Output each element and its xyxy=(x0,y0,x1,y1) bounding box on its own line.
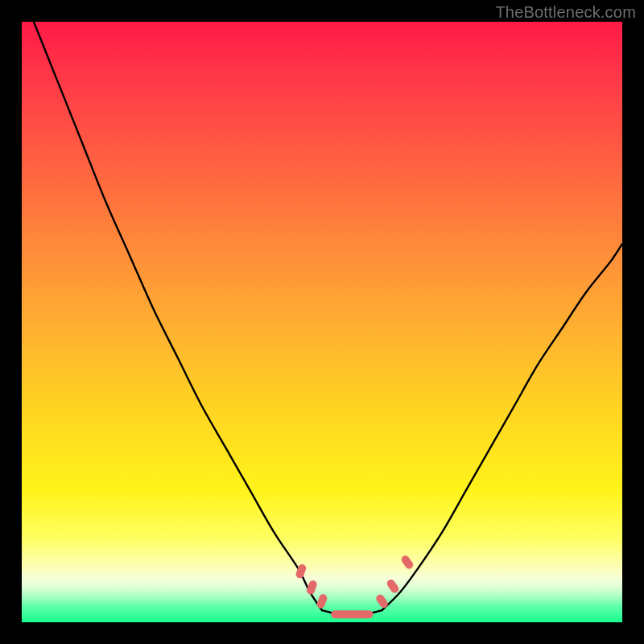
highlight-markers xyxy=(295,554,415,618)
curve-left-arm xyxy=(34,22,322,610)
bottleneck-curve xyxy=(34,22,622,615)
valley-floor-marker xyxy=(331,610,373,618)
curve-marker xyxy=(400,554,415,570)
curve-marker xyxy=(386,578,401,594)
curve-marker xyxy=(316,593,328,609)
plot-area xyxy=(22,22,622,622)
curve-layer xyxy=(22,22,622,622)
curve-marker xyxy=(374,593,390,609)
chart-frame: TheBottleneck.com xyxy=(0,0,644,644)
curve-right-arm xyxy=(382,244,622,610)
attribution-text: TheBottleneck.com xyxy=(495,3,636,22)
